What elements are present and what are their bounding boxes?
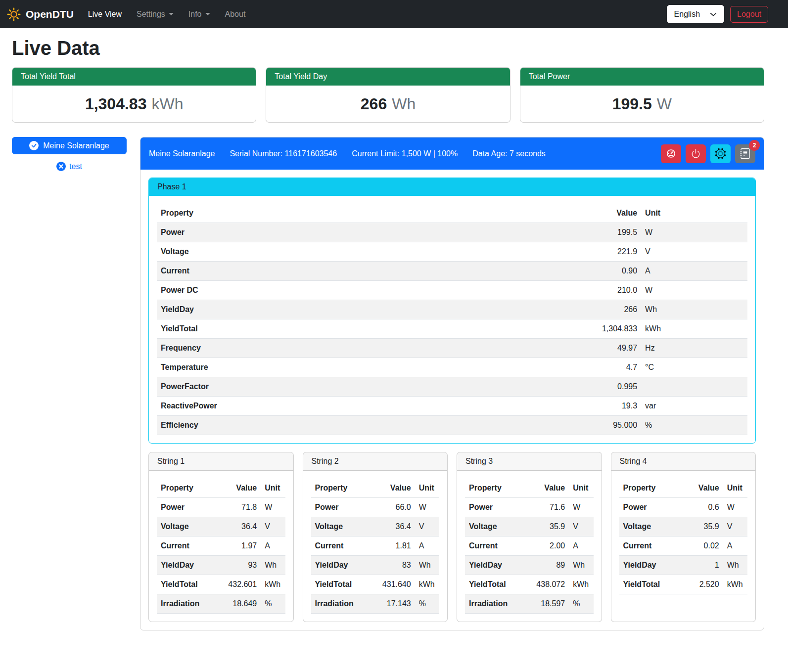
limit-settings-button[interactable] xyxy=(661,144,681,163)
property-label: Current xyxy=(311,537,369,556)
table-row: Current0.90A xyxy=(157,262,747,281)
logout-button[interactable]: Logout xyxy=(730,6,768,23)
inverter-button-selected[interactable]: Meine Solaranlage xyxy=(12,137,127,154)
property-label: YieldTotal xyxy=(157,575,215,594)
property-label: YieldTotal xyxy=(619,575,677,594)
summary-card-title: Total Yield Total xyxy=(12,68,256,86)
property-unit: V xyxy=(723,517,747,537)
summary-value: 1,304.83 xyxy=(85,95,147,113)
property-unit: kWh xyxy=(723,575,747,594)
property-unit: A xyxy=(641,262,747,281)
property-unit: kWh xyxy=(261,575,285,594)
property-value: 266 xyxy=(570,300,641,319)
property-label: Power xyxy=(619,498,677,517)
property-value: 36.4 xyxy=(215,517,261,537)
table-row: PowerFactor0.995 xyxy=(157,377,747,397)
property-value: 95.000 xyxy=(570,416,641,435)
table-row: Current1.81A xyxy=(311,537,440,556)
table-row: Power DC210.0W xyxy=(157,281,747,300)
caret-down-icon xyxy=(205,13,210,15)
property-label: Voltage xyxy=(465,517,523,537)
column-header-value: Value xyxy=(369,479,415,498)
property-unit: W xyxy=(641,223,747,242)
language-select[interactable]: English xyxy=(667,5,724,23)
property-value: 17.143 xyxy=(369,594,415,614)
property-value: 93 xyxy=(215,556,261,575)
navbar: OpenDTU Live View Settings Info About En… xyxy=(0,0,788,28)
table-row: Frequency49.97Hz xyxy=(157,339,747,358)
property-value: 18.597 xyxy=(523,594,569,614)
string-card-2: String 2 Property Value Unit Power66.0WV… xyxy=(303,452,448,622)
nav-item-info[interactable]: Info xyxy=(181,6,218,23)
device-info-button[interactable] xyxy=(710,144,731,163)
column-header-value: Value xyxy=(570,204,641,223)
event-log-button[interactable]: 2 xyxy=(735,144,755,163)
inverter-card-body: Phase 1 Property Value Unit P xyxy=(140,170,764,630)
property-value: 71.8 xyxy=(215,498,261,517)
journal-text-icon xyxy=(740,148,750,159)
nav-item-settings[interactable]: Settings xyxy=(129,6,181,23)
string-card-title: String 4 xyxy=(611,452,756,471)
summary-unit: kWh xyxy=(151,95,183,113)
table-row: YieldTotal431.640kWh xyxy=(311,575,440,594)
table-row: YieldTotal2.520kWh xyxy=(619,575,748,594)
property-unit: A xyxy=(723,537,747,556)
property-label: Power xyxy=(157,223,570,242)
property-label: Frequency xyxy=(157,339,570,358)
property-unit: W xyxy=(569,498,593,517)
inverter-link-test[interactable]: test xyxy=(12,162,127,171)
property-unit: Wh xyxy=(415,556,439,575)
nav-item-about[interactable]: About xyxy=(218,6,253,23)
property-label: Voltage xyxy=(157,242,570,262)
table-row: ReactivePower19.3var xyxy=(157,397,747,416)
column-header-unit: Unit xyxy=(641,204,747,223)
speedometer-icon xyxy=(666,148,676,159)
property-value: 221.9 xyxy=(570,242,641,262)
string-card-3: String 3 Property Value Unit Power71.6WV… xyxy=(457,452,602,622)
nav-item-live-view[interactable]: Live View xyxy=(81,6,129,23)
property-label: Irradiation xyxy=(311,594,369,614)
property-unit: A xyxy=(261,537,285,556)
x-circle-icon xyxy=(56,162,66,171)
property-label: YieldDay xyxy=(311,556,369,575)
property-unit: kWh xyxy=(569,575,593,594)
property-value: 1,304.833 xyxy=(570,319,641,339)
property-value: 4.7 xyxy=(570,358,641,377)
property-unit: W xyxy=(723,498,747,517)
table-row: Voltage35.9V xyxy=(465,517,594,537)
phase-card: Phase 1 Property Value Unit P xyxy=(148,178,756,444)
property-label: Voltage xyxy=(311,517,369,537)
property-label: YieldTotal xyxy=(311,575,369,594)
property-unit: W xyxy=(261,498,285,517)
property-unit: V xyxy=(261,517,285,537)
property-value: 19.3 xyxy=(570,397,641,416)
table-row: YieldTotal438.072kWh xyxy=(465,575,594,594)
chevron-down-icon xyxy=(710,11,717,18)
property-value: 210.0 xyxy=(570,281,641,300)
property-label: Current xyxy=(465,537,523,556)
property-value: 431.640 xyxy=(369,575,415,594)
nav-links: Live View Settings Info About xyxy=(81,6,253,23)
table-row: Voltage36.4V xyxy=(157,517,285,537)
property-value: 89 xyxy=(523,556,569,575)
sun-logo-icon xyxy=(6,6,22,22)
property-value: 2.00 xyxy=(523,537,569,556)
property-label: Efficiency xyxy=(157,416,570,435)
brand-label: OpenDTU xyxy=(26,8,74,20)
table-row: Voltage35.9V xyxy=(619,517,748,537)
inverter-sidebar: Meine Solaranlage test xyxy=(12,137,127,171)
power-icon xyxy=(691,148,701,159)
property-label: Irradiation xyxy=(465,594,523,614)
power-control-button[interactable] xyxy=(686,144,706,163)
property-value: 2.520 xyxy=(677,575,723,594)
string-table: Property Value Unit Power71.8WVoltage36.… xyxy=(157,479,285,614)
string-card-title: String 1 xyxy=(149,452,293,471)
property-unit: Hz xyxy=(641,339,747,358)
inverter-action-buttons: 2 xyxy=(661,144,755,163)
summary-value: 266 xyxy=(361,95,387,113)
property-label: YieldDay xyxy=(619,556,677,575)
brand[interactable]: OpenDTU xyxy=(6,6,74,22)
property-label: Power xyxy=(465,498,523,517)
table-header-row: Property Value Unit xyxy=(619,479,748,498)
property-label: Irradiation xyxy=(157,594,215,614)
